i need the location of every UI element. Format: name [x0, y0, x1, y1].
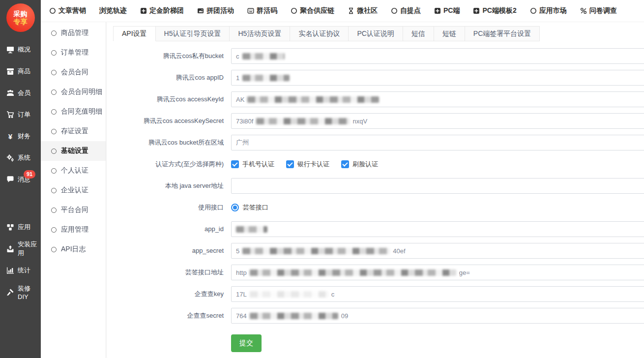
submenu-item-label: 企业认证 [61, 186, 88, 195]
qichacha-secret-input[interactable]: 764 09 [231, 308, 644, 324]
logo-line2: 专享 [14, 18, 28, 26]
access-key-id-input[interactable]: AK [231, 91, 644, 107]
checkbox-face-auth[interactable]: 刷脸认证 [341, 160, 378, 169]
circle-icon [51, 188, 57, 193]
checkbox-checked-icon [231, 160, 239, 168]
field-label: 腾讯云cos bucket所在区域 [106, 135, 231, 150]
submit-button[interactable]: 提交 [231, 334, 262, 352]
api-settings-form: 腾讯云cos私有bucket c 腾讯云cos appID 1 腾讯云cos a… [106, 48, 644, 352]
interface-group: 芸签接口 [231, 200, 644, 215]
tab-short-link[interactable]: 短链 [434, 26, 465, 41]
link-icon [580, 7, 587, 14]
sidebar-item-members[interactable]: 会员 [0, 82, 41, 104]
nav-item-micro-community[interactable]: 微社区 [348, 6, 378, 15]
nav-item-deposit-ladder-group[interactable]: 定金阶梯团 [140, 6, 184, 15]
circle-icon [51, 208, 57, 213]
primary-sidebar: 采购 专享 概况 商品 会员 订单 ¥ 财务 系统 消息 [0, 0, 41, 358]
sidebar-item-goods[interactable]: 商品 [0, 60, 41, 82]
tab-h5-activity[interactable]: H5活动页设置 [230, 26, 290, 41]
tab-api-settings[interactable]: API设置 [113, 26, 156, 41]
java-server-input[interactable] [231, 178, 644, 194]
nav-item-browse-track[interactable]: 浏览轨迹 [99, 6, 127, 15]
nav-item-supply-chain[interactable]: 聚合供应链 [291, 6, 334, 15]
submenu-item-personal-auth[interactable]: 个人认证 [41, 161, 106, 180]
circle-icon [51, 247, 57, 252]
radio-selected-icon [231, 204, 239, 211]
submenu-item-label: 基础设置 [61, 147, 88, 155]
nav-item-survey[interactable]: 问卷调查 [580, 6, 617, 15]
submenu-item-member-contract[interactable]: 会员合同 [41, 62, 106, 82]
tab-sms[interactable]: 短信 [403, 26, 434, 41]
sidebar-item-finance[interactable]: ¥ 财务 [0, 125, 41, 147]
region-input[interactable]: 广州 [231, 135, 644, 150]
submenu-item-platform-contract[interactable]: 平台合同 [41, 200, 106, 220]
members-icon [6, 89, 14, 97]
sidebar-item-stats[interactable]: 统计 [0, 260, 41, 281]
sidebar-item-install-apps[interactable]: 安装应用 [0, 238, 41, 260]
submenu-item-enterprise-auth[interactable]: 企业认证 [41, 180, 106, 200]
app-id-input[interactable] [231, 221, 644, 237]
field-label: 企查查secret [106, 308, 231, 324]
sidebar-item-system[interactable]: 系统 [0, 147, 41, 169]
sidebar-item-label: 概况 [18, 45, 30, 54]
nav-item-article-marketing[interactable]: 文章营销 [49, 6, 86, 15]
value-suffix: 40ef [393, 247, 405, 255]
main-content: API设置 H5认证引导页设置 H5活动页设置 实名认证协议 PC认证说明 短信… [106, 22, 644, 358]
value-suffix: 09 [341, 312, 348, 320]
form-row: app_secret 5 40ef [106, 243, 644, 259]
nav-item-group-qr-code[interactable]: 群活码 [247, 6, 277, 15]
sidebar-item-decorate-diy[interactable]: 装修DIY [0, 281, 41, 303]
field-label: 企查查key [106, 286, 231, 302]
redacted-value [236, 226, 267, 233]
sidebar-item-apps[interactable]: 应用 [0, 216, 41, 238]
submenu-item-order-manage[interactable]: 订单管理 [41, 43, 106, 62]
access-key-secret-input[interactable]: 73i80f nxqV [231, 113, 644, 129]
tab-pc-sign-platform[interactable]: PC端签署平台设置 [465, 26, 540, 41]
submenu-item-app-manage[interactable]: 应用管理 [41, 220, 106, 239]
radio-label: 芸签接口 [243, 203, 268, 212]
form-row: 腾讯云cos bucket所在区域 广州 [106, 135, 644, 150]
circle-icon [51, 90, 57, 95]
checkbox-label: 刷脸认证 [352, 160, 378, 169]
checkbox-phone-auth[interactable]: 手机号认证 [231, 160, 274, 169]
nav-item-pickup-point[interactable]: 自提点 [391, 6, 421, 15]
nav-item-pc[interactable]: PC端 [434, 6, 460, 15]
radio-yunqian-interface[interactable]: 芸签接口 [231, 203, 268, 212]
submenu-item-api-log[interactable]: API日志 [41, 239, 106, 259]
app-logo[interactable]: 采购 专享 [6, 3, 35, 32]
sidebar-item-orders[interactable]: 订单 [0, 104, 41, 125]
nav-item-app-market[interactable]: 应用市场 [530, 6, 567, 15]
nav-item-label: 自提点 [400, 6, 421, 15]
appid-input[interactable]: 1 [231, 70, 644, 86]
image-icon [197, 7, 204, 14]
checkbox-bankcard-auth[interactable]: 银行卡认证 [286, 160, 329, 169]
value-prefix: 5 [236, 247, 239, 255]
submenu-item-contract-recharge-detail[interactable]: 合同充值明细 [41, 102, 106, 121]
form-row: app_id [106, 221, 644, 237]
nav-item-label: 定金阶梯团 [149, 6, 184, 15]
yunqian-api-url-input[interactable]: http ge= [231, 265, 644, 280]
submenu-item-member-contract-detail[interactable]: 会员合同明细 [41, 82, 106, 102]
submenu-item-evidence-settings[interactable]: 存证设置 [41, 121, 106, 141]
nav-item-label: PC端模板2 [482, 6, 516, 15]
sidebar-item-overview[interactable]: 概况 [0, 39, 41, 60]
nav-item-group-activity[interactable]: 拼团活动 [197, 6, 234, 15]
qichacha-key-input[interactable]: 17L c [231, 286, 644, 302]
tab-h5-auth-guide[interactable]: H5认证引导页设置 [156, 26, 230, 41]
sidebar-item-messages[interactable]: 消息 91 [0, 169, 41, 190]
submenu-item-basic-settings[interactable]: 基础设置 [41, 141, 106, 161]
checkbox-checked-icon [341, 160, 349, 168]
tab-realname-agreement[interactable]: 实名认证协议 [290, 26, 349, 41]
sidebar-item-label: 会员 [18, 89, 30, 97]
hammer-icon [6, 288, 14, 296]
tab-pc-auth-notes[interactable]: PC认证说明 [349, 26, 403, 41]
value-suffix: c [331, 291, 335, 298]
app-secret-input[interactable]: 5 40ef [231, 243, 644, 259]
primary-nav: 概况 商品 会员 订单 ¥ 财务 系统 消息 91 应用 [0, 39, 41, 303]
message-icon [6, 176, 14, 183]
nav-item-pc-template2[interactable]: PC端模板2 [473, 6, 516, 15]
submenu-item-goods-manage[interactable]: 商品管理 [41, 23, 106, 43]
apps-icon [6, 223, 14, 231]
value-suffix: nxqV [352, 118, 367, 125]
bucket-input[interactable]: c [231, 48, 644, 64]
